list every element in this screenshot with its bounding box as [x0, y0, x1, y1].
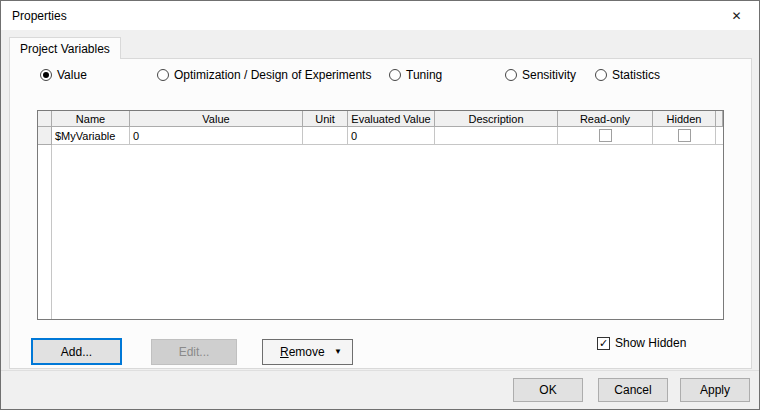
- read-only-checkbox[interactable]: [599, 129, 612, 142]
- radio-label: Optimization / Design of Experiments: [174, 68, 371, 82]
- radio-optimization[interactable]: Optimization / Design of Experiments: [157, 68, 371, 82]
- show-hidden-checkbox-row[interactable]: ✓ Show Hidden: [597, 336, 686, 350]
- row-selector-header: [38, 111, 52, 127]
- row-selector-column: [38, 145, 52, 319]
- window-title: Properties: [1, 9, 67, 23]
- check-icon: ✓: [599, 338, 608, 349]
- remove-button-label: Remove: [280, 345, 325, 359]
- radio-label: Value: [57, 68, 87, 82]
- cell-description[interactable]: [435, 127, 558, 145]
- radio-button-icon: [595, 69, 607, 81]
- properties-dialog: Properties ✕ Project Variables Value Opt…: [0, 0, 760, 410]
- tab-project-variables[interactable]: Project Variables: [9, 37, 121, 59]
- titlebar: Properties: [1, 1, 759, 30]
- radio-label: Statistics: [612, 68, 660, 82]
- cell-evaluated-value[interactable]: 0: [348, 127, 435, 145]
- radio-button-icon: [157, 69, 169, 81]
- table-row: $MyVariable 0 0: [38, 127, 723, 145]
- edit-button[interactable]: Edit...: [151, 339, 237, 365]
- cancel-button-label: Cancel: [614, 383, 651, 397]
- radio-tuning[interactable]: Tuning: [389, 68, 442, 82]
- footer-bar: OK Cancel Apply: [1, 370, 759, 409]
- show-hidden-label: Show Hidden: [615, 336, 686, 350]
- cell-read-only: [558, 127, 653, 145]
- radio-statistics[interactable]: Statistics: [595, 68, 660, 82]
- cell-unit[interactable]: [303, 127, 348, 145]
- cell-value[interactable]: 0: [130, 127, 303, 145]
- tab-panel: Value Optimization / Design of Experimen…: [9, 58, 752, 369]
- col-header-unit: Unit: [303, 111, 348, 127]
- col-header-description: Description: [435, 111, 558, 127]
- col-header-filler: [716, 111, 723, 127]
- variables-table: Name Value Unit Evaluated Value Descript…: [37, 110, 724, 320]
- add-button[interactable]: Add...: [31, 338, 122, 365]
- radio-sensitivity[interactable]: Sensitivity: [505, 68, 576, 82]
- table-empty-area: [38, 145, 723, 319]
- radio-value[interactable]: Value: [40, 68, 87, 82]
- radio-button-icon: [505, 69, 517, 81]
- cell-name[interactable]: $MyVariable: [52, 127, 130, 145]
- edit-button-label: Edit...: [179, 345, 210, 359]
- col-header-value: Value: [130, 111, 303, 127]
- tab-label: Project Variables: [20, 42, 110, 56]
- radio-button-icon: [389, 69, 401, 81]
- table-header-row: Name Value Unit Evaluated Value Descript…: [38, 111, 723, 127]
- apply-button[interactable]: Apply: [680, 378, 750, 402]
- cell-hidden: [653, 127, 716, 145]
- cell-filler: [716, 127, 723, 145]
- ok-button[interactable]: OK: [513, 378, 583, 402]
- col-header-evaluated-value: Evaluated Value: [348, 111, 435, 127]
- row-selector-cell[interactable]: [38, 127, 52, 145]
- remove-button[interactable]: Remove ▼: [262, 339, 353, 365]
- add-button-label: Add...: [61, 345, 92, 359]
- col-header-hidden: Hidden: [653, 111, 716, 127]
- apply-button-label: Apply: [700, 383, 730, 397]
- hidden-checkbox[interactable]: [678, 129, 691, 142]
- col-header-name: Name: [52, 111, 130, 127]
- cancel-button[interactable]: Cancel: [598, 378, 668, 402]
- close-button[interactable]: ✕: [714, 1, 759, 30]
- radio-button-icon: [40, 69, 52, 81]
- radio-label: Tuning: [406, 68, 442, 82]
- col-header-read-only: Read-only: [558, 111, 653, 127]
- ok-button-label: OK: [539, 383, 556, 397]
- radio-label: Sensitivity: [522, 68, 576, 82]
- close-icon: ✕: [731, 9, 741, 23]
- show-hidden-checkbox[interactable]: ✓: [597, 337, 610, 350]
- dropdown-arrow-icon: ▼: [334, 348, 342, 356]
